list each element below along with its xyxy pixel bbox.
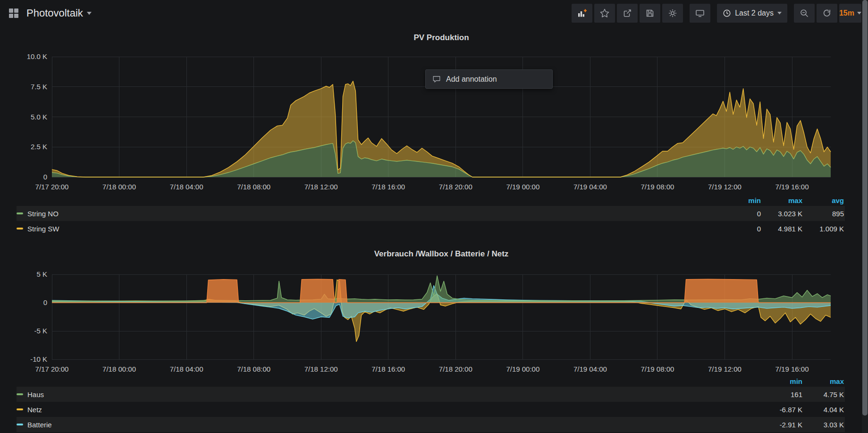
x-axis-tick-label: 7/19 04:00 bbox=[573, 183, 607, 191]
legend-series-toggle[interactable]: Netz bbox=[17, 406, 761, 414]
x-axis-tick-label: 7/17 20:00 bbox=[35, 183, 69, 191]
refresh-interval-button[interactable]: 15m bbox=[839, 4, 861, 23]
scrollbar-thumb[interactable] bbox=[862, 0, 868, 416]
share-icon bbox=[623, 8, 632, 18]
pv-produktion-legend: minmaxavgString NO03.023 K895String SW04… bbox=[17, 195, 845, 236]
legend-series-toggle[interactable]: String SW bbox=[17, 225, 719, 233]
x-axis-tick-label: 7/19 00:00 bbox=[506, 365, 539, 373]
legend-series-toggle[interactable]: Batterie bbox=[17, 421, 761, 429]
legend-header-row: minmaxavg bbox=[17, 195, 845, 206]
apps-button[interactable] bbox=[7, 6, 21, 20]
x-axis-tick-label: 7/18 16:00 bbox=[371, 183, 405, 191]
series-color-swatch bbox=[17, 408, 23, 410]
legend-column-header-max[interactable]: max bbox=[761, 196, 802, 204]
legend-header-row: minmax bbox=[17, 375, 845, 387]
series-name: String SW bbox=[27, 225, 59, 233]
add-annotation-menu-item[interactable]: Add annotation bbox=[425, 69, 553, 89]
x-axis-tick-label: 7/19 00:00 bbox=[506, 183, 539, 191]
legend-row-haus[interactable]: Haus1614.75 K bbox=[17, 387, 845, 402]
settings-button[interactable] bbox=[662, 4, 683, 23]
share-button[interactable] bbox=[617, 4, 638, 23]
legend-column-header-max[interactable]: max bbox=[802, 377, 844, 385]
y-axis-tick-label: 7.5 K bbox=[31, 83, 47, 91]
legend-series-toggle[interactable]: String NO bbox=[17, 210, 719, 218]
y-axis-tick-label: 2.5 K bbox=[31, 143, 47, 151]
y-axis-tick-label: 0 bbox=[43, 298, 47, 306]
legend-value: -2.91 K bbox=[761, 421, 802, 429]
series-name: Haus bbox=[27, 391, 44, 399]
x-axis-tick-label: 7/18 20:00 bbox=[439, 365, 472, 373]
y-axis-tick-label: 10.0 K bbox=[27, 52, 47, 60]
refresh-button[interactable] bbox=[817, 4, 837, 23]
legend-row-batterie[interactable]: Batterie-2.91 K3.03 K bbox=[17, 417, 845, 432]
x-axis-tick-label: 7/17 20:00 bbox=[35, 365, 69, 373]
series-name: Netz bbox=[27, 406, 42, 414]
series-color-swatch bbox=[17, 212, 23, 214]
legend-row-string-sw[interactable]: String SW04.981 K1.009 K bbox=[17, 221, 845, 236]
star-icon bbox=[600, 8, 609, 18]
refresh-group: 15m bbox=[794, 4, 861, 23]
tv-kiosk-button[interactable] bbox=[690, 4, 710, 23]
series-name: String NO bbox=[27, 210, 59, 218]
dashboard-title-dropdown[interactable]: Photovoltaik bbox=[26, 7, 92, 19]
y-axis-tick-label: -5 K bbox=[34, 327, 47, 335]
apps-icon bbox=[8, 8, 19, 18]
x-axis-tick-label: 7/19 16:00 bbox=[775, 183, 809, 191]
x-axis-tick-label: 7/18 08:00 bbox=[237, 183, 270, 191]
x-axis-tick-label: 7/19 16:00 bbox=[775, 365, 809, 373]
y-axis-tick-label: 0 bbox=[43, 173, 47, 181]
panel-title-verbrauch[interactable]: Verbrauch /Wallbox / Batterie / Netz bbox=[52, 249, 831, 259]
x-axis-tick-label: 7/19 08:00 bbox=[640, 183, 674, 191]
page-scrollbar bbox=[862, 0, 868, 433]
verbrauch-chart[interactable]: 5 K0-5 K-10 K7/17 20:007/18 00:007/18 04… bbox=[26, 269, 838, 377]
legend-value: 0 bbox=[719, 225, 761, 233]
y-axis-tick-label: 5.0 K bbox=[31, 113, 47, 121]
add-annotation-label: Add annotation bbox=[446, 75, 497, 84]
refresh-icon bbox=[822, 8, 832, 18]
legend-row-netz[interactable]: Netz-6.87 K4.04 K bbox=[17, 402, 845, 417]
navbar: Photovoltaik bbox=[0, 0, 868, 26]
caret-down-icon bbox=[777, 12, 782, 15]
legend-value: -6.87 K bbox=[761, 406, 802, 414]
save-button[interactable] bbox=[640, 4, 660, 23]
navbar-left: Photovoltaik bbox=[7, 6, 92, 20]
legend-value: 161 bbox=[761, 391, 802, 399]
panel-actions-group bbox=[572, 4, 683, 23]
legend-row-string-no[interactable]: String NO03.023 K895 bbox=[17, 206, 845, 221]
series-color-swatch bbox=[17, 393, 23, 395]
settings-icon bbox=[668, 8, 677, 18]
legend-series-toggle[interactable]: Haus bbox=[17, 391, 761, 399]
legend-column-header-min[interactable]: min bbox=[719, 196, 761, 204]
legend-column-header-avg[interactable]: avg bbox=[802, 196, 844, 204]
caret-down-icon bbox=[87, 12, 92, 15]
refresh-interval-label: 15m bbox=[839, 9, 854, 17]
x-axis-tick-label: 7/18 04:00 bbox=[170, 365, 203, 373]
series-name: Batterie bbox=[27, 421, 52, 429]
legend-column-header-min[interactable]: min bbox=[761, 377, 802, 385]
zoom-out-button[interactable] bbox=[794, 4, 815, 23]
star-button[interactable] bbox=[594, 4, 615, 23]
navbar-right: Last 2 days 15m bbox=[565, 4, 861, 23]
zoom-out-icon bbox=[800, 8, 809, 18]
panel-title-pv-produktion[interactable]: PV Produktion bbox=[52, 33, 831, 42]
y-axis-tick-label: -10 K bbox=[30, 355, 47, 363]
add-panel-icon bbox=[577, 8, 587, 18]
legend-value: 3.023 K bbox=[761, 210, 802, 218]
legend-value: 4.75 K bbox=[802, 391, 844, 399]
comment-bubble-icon bbox=[432, 75, 441, 84]
kiosk-group bbox=[690, 4, 710, 23]
legend-value: 4.04 K bbox=[802, 406, 844, 414]
x-axis-tick-label: 7/18 00:00 bbox=[102, 183, 136, 191]
add-panel-button[interactable] bbox=[572, 4, 592, 23]
time-range-button[interactable]: Last 2 days bbox=[717, 4, 787, 23]
caret-down-icon bbox=[857, 12, 861, 15]
x-axis-tick-label: 7/19 08:00 bbox=[640, 365, 674, 373]
x-axis-tick-label: 7/18 12:00 bbox=[304, 365, 338, 373]
x-axis-tick-label: 7/18 00:00 bbox=[102, 365, 136, 373]
series-color-swatch bbox=[17, 228, 23, 229]
clock-icon bbox=[723, 9, 731, 17]
tv-icon bbox=[695, 8, 705, 18]
x-axis-tick-label: 7/18 08:00 bbox=[237, 365, 270, 373]
dashboard-title: Photovoltaik bbox=[26, 7, 83, 19]
time-picker-group: Last 2 days bbox=[717, 4, 787, 23]
